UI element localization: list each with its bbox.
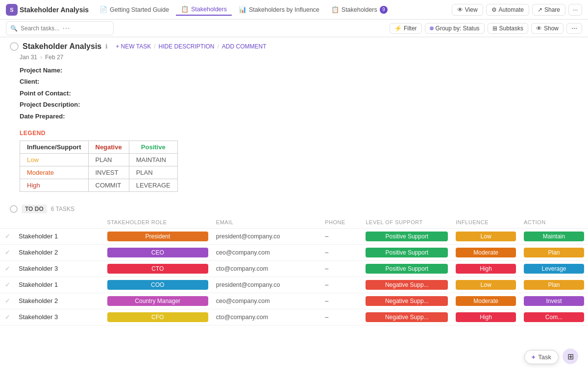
filter-button[interactable]: ⚡ Filter (390, 23, 422, 34)
action-badge: Plan (524, 248, 584, 257)
desc-date-prepared: Date Prepared: (20, 111, 578, 122)
hide-description-button[interactable]: HIDE DESCRIPTION (159, 43, 215, 50)
date-arrow-icon: › (40, 54, 42, 61)
role-cell: COO (103, 277, 212, 293)
check-icon: ✓ (5, 297, 10, 304)
check-icon: ✓ (5, 313, 10, 321)
support-badge: Positive Support (366, 264, 448, 274)
legend-title: LEGEND (20, 130, 578, 137)
tab-stakeholders-extra[interactable]: 📋 Stakeholders 9 (326, 4, 392, 16)
add-task-plus-icon: + (532, 353, 536, 361)
show-icon: 👁 (536, 25, 542, 32)
add-task-button[interactable]: + Task (524, 350, 559, 364)
page-actions: + NEW TASK / HIDE DESCRIPTION / ADD COMM… (116, 43, 266, 50)
action-cell: Leverage (520, 260, 588, 277)
table-row: ✓ Stakeholder 1 COO president@company.co… (0, 277, 588, 293)
topbar: S Stakeholder Analysis 📄 Getting Started… (0, 0, 588, 20)
influence-badge: High (456, 312, 516, 322)
check-cell[interactable]: ✓ (0, 244, 15, 260)
topbar-actions: 👁 View ⚙ Automate ↗ Share ··· (452, 4, 582, 16)
add-comment-button[interactable]: ADD COMMENT (222, 43, 267, 50)
more-button[interactable]: ··· (568, 4, 582, 16)
status-circle[interactable] (10, 42, 19, 51)
bottom-right-icon[interactable]: ⊞ (563, 349, 578, 364)
legend-low-negative: PLAN (88, 153, 129, 166)
view-button[interactable]: 👁 View (452, 4, 483, 16)
new-task-button[interactable]: + NEW TASK (116, 43, 151, 50)
show-button[interactable]: 👁 Show (531, 23, 564, 34)
phone-cell: – (321, 244, 362, 260)
task-name-cell: Stakeholder 2 (15, 244, 103, 260)
support-cell: Positive Support (362, 260, 452, 277)
tab-stakeholders-influence[interactable]: 📊 Stakeholders by Influence (234, 4, 324, 15)
action-cell: Maintain (520, 228, 588, 244)
share-button[interactable]: ↗ Share (532, 4, 565, 16)
phone-cell: – (321, 293, 362, 309)
email-cell: cto@company.com (212, 260, 321, 277)
table-row: ✓ Stakeholder 3 CTO cto@company.com – Po… (0, 260, 588, 277)
desc-project-name-label: Project Name: (20, 67, 62, 74)
influence-cell: High (452, 260, 520, 277)
subtasks-button[interactable]: ⊞ Subtasks (488, 23, 528, 34)
email-cell: ceo@company.com (212, 244, 321, 260)
date-end[interactable]: Feb 27 (45, 54, 63, 61)
influence-badge: Moderate (456, 248, 516, 257)
table-row: ✓ Stakeholder 1 President president@comp… (0, 228, 588, 244)
group-by-button[interactable]: Group by: Status (425, 23, 485, 34)
check-cell[interactable]: ✓ (0, 309, 15, 325)
tasks-header: TO DO 6 TASKS (0, 202, 588, 216)
support-badge: Negative Supp... (366, 296, 448, 306)
role-badge: CFO (107, 312, 208, 322)
role-cell: CTO (103, 260, 212, 277)
app-icon: S (6, 4, 18, 16)
desc-project-desc-label: Project Description: (20, 101, 80, 108)
search-input[interactable]: 🔍 Search tasks... ⋯ (6, 21, 114, 35)
tab-stakeholders[interactable]: 📋 Stakeholders (176, 3, 232, 16)
grid-icon: ⊞ (567, 352, 574, 361)
col-role: STAKEHOLDER ROLE (103, 216, 212, 229)
view-label: View (465, 6, 478, 13)
legend-row-moderate: Moderate INVEST PLAN (20, 166, 178, 179)
separator-1: / (154, 43, 155, 50)
role-badge: President (107, 232, 208, 241)
getting-started-icon: 📄 (99, 6, 107, 13)
check-cell[interactable]: ✓ (0, 277, 15, 293)
check-icon: ✓ (5, 249, 10, 256)
email-cell: ceo@company.com (212, 293, 321, 309)
desc-date-prepared-label: Date Prepared: (20, 113, 65, 120)
action-badge: Plan (524, 280, 584, 290)
phone-cell: – (321, 228, 362, 244)
role-cell: CFO (103, 309, 212, 325)
tab-getting-started-label: Getting Started Guide (110, 6, 169, 13)
check-cell[interactable]: ✓ (0, 228, 15, 244)
legend-header-positive: Positive (129, 140, 177, 153)
col-influence: INFLUENCE (452, 216, 520, 229)
filter-icon: ⚡ (394, 25, 402, 32)
influence-badge: Moderate (456, 296, 516, 306)
tab-stakeholders-influence-label: Stakeholders by Influence (249, 6, 319, 13)
desc-client: Client: (20, 76, 578, 87)
automate-label: Automate (499, 6, 524, 13)
legend-row-low: Low PLAN MAINTAIN (20, 153, 178, 166)
support-cell: Positive Support (362, 244, 452, 260)
page-title: Stakeholder Analysis (23, 42, 101, 51)
tab-getting-started[interactable]: 📄 Getting Started Guide (95, 4, 174, 15)
automate-button[interactable]: ⚙ Automate (486, 4, 529, 16)
more-options-button[interactable]: ⋯ (566, 23, 582, 34)
share-label: Share (544, 6, 560, 13)
task-name-cell: Stakeholder 3 (15, 260, 103, 277)
role-badge: COO (107, 280, 208, 290)
col-support: LEVEL OF SUPPORT (362, 216, 452, 229)
tab-stakeholders-extra-label: Stakeholders (342, 6, 377, 13)
date-start[interactable]: Jan 31 (20, 54, 37, 61)
tasks-table-header-row: STAKEHOLDER ROLE EMAIL PHONE LEVEL OF SU… (0, 216, 588, 229)
tab-stakeholders-label: Stakeholders (191, 6, 227, 13)
check-cell[interactable]: ✓ (0, 293, 15, 309)
desc-project-name: Project Name: (20, 65, 578, 76)
desc-contact: Point of Contact: (20, 88, 578, 99)
check-cell[interactable]: ✓ (0, 260, 15, 277)
check-icon: ✓ (5, 281, 10, 288)
more-icon: ··· (573, 6, 578, 13)
action-cell: Com... (520, 309, 588, 325)
search-icon: 🔍 (10, 25, 18, 32)
